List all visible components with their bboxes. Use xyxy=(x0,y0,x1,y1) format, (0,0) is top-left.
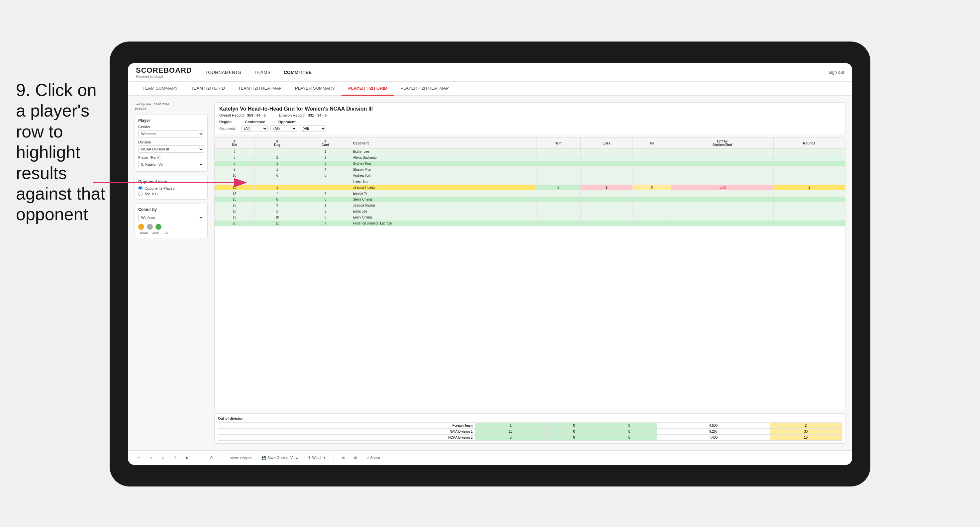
table-cell: 0 xyxy=(536,185,581,190)
table-cell xyxy=(581,161,633,167)
undo-button[interactable]: ↩ xyxy=(135,454,143,461)
table-cell xyxy=(633,197,671,203)
tab-team-h2h-grid[interactable]: TEAM H2H GRID xyxy=(185,82,232,96)
ood-diff: 4.500 xyxy=(657,423,770,429)
opponent-select[interactable]: (All) xyxy=(300,125,326,132)
nav-committee[interactable]: COMMITTEE xyxy=(284,68,312,76)
logo-area: SCOREBOARD Powered by clippd xyxy=(136,66,192,78)
ood-team: Foreign Team xyxy=(218,423,475,429)
table-row[interactable]: 1585Stella Cheng xyxy=(215,197,845,203)
table-cell xyxy=(773,179,845,185)
table-row[interactable]: 613Sydney Kuo xyxy=(215,161,845,167)
timer-button[interactable]: ⏱ xyxy=(207,455,216,461)
conference-select[interactable]: (All) xyxy=(270,125,297,132)
tab-player-h2h-heatmap[interactable]: PLAYER H2H HEATMAP xyxy=(394,82,455,96)
main-content: Last Updated: 27/03/2024 16:55:28 Player… xyxy=(128,96,852,450)
top-nav: SCOREBOARD Powered by clippd TOURNAMENTS… xyxy=(128,63,852,82)
ood-row[interactable]: NCAA Division 25007.40010 xyxy=(218,435,842,441)
table-cell xyxy=(633,221,671,227)
grid-button[interactable]: ⊞ xyxy=(171,454,179,461)
share-button[interactable]: ↗ Share xyxy=(364,454,383,461)
tab-player-summary[interactable]: PLAYER SUMMARY xyxy=(288,82,342,96)
table-row[interactable]: 522Alexis Sudjianto xyxy=(215,155,845,161)
table-cell xyxy=(536,149,581,155)
table-row[interactable]: 1822Euna Lee xyxy=(215,208,845,214)
left-panel: Last Updated: 27/03/2024 16:55:28 Player… xyxy=(135,102,208,444)
nav-teams[interactable]: TEAMS xyxy=(255,68,270,76)
view-original-button[interactable]: View: Original xyxy=(227,455,255,461)
table-cell: 3 xyxy=(300,173,351,179)
ood-row[interactable]: Foreign Team1004.5002 xyxy=(218,423,842,429)
table-row[interactable]: 914Sharon Mun xyxy=(215,167,845,173)
table-cell xyxy=(536,190,581,197)
table-cell xyxy=(581,179,633,185)
ood-row[interactable]: NAIA Division 115009.26730 xyxy=(218,429,842,435)
tab-player-h2h-grid[interactable]: PLAYER H2H GRID xyxy=(342,82,394,96)
grid2-button[interactable]: ⊞ xyxy=(352,454,360,461)
table-cell: Jessica Mason xyxy=(351,203,536,208)
table-cell: 10 xyxy=(255,214,300,221)
region-select[interactable]: (All) xyxy=(241,125,268,132)
table-cell xyxy=(581,149,633,155)
dot-menu[interactable]: ··· xyxy=(195,455,203,461)
col-diff: Diff AvStrokes/Rnd xyxy=(671,138,773,149)
save-custom-view-button[interactable]: 💾 Save Custom View xyxy=(259,454,301,461)
table-cell: Eunice Yi xyxy=(351,190,536,197)
ood-rounds: 2 xyxy=(770,423,842,429)
table-cell xyxy=(773,167,845,173)
ood-team: NCAA Division 2 xyxy=(218,435,475,441)
col-rounds: Rounds xyxy=(773,138,845,149)
right-panel: Katelyn Vo Head-to-Head Grid for Women's… xyxy=(214,102,845,444)
table-cell: 2 xyxy=(773,185,845,190)
nav-tournaments[interactable]: TOURNAMENTS xyxy=(205,68,241,76)
ood-win: 15 xyxy=(475,429,546,435)
table-cell xyxy=(671,221,773,227)
division-select[interactable]: NCAA Division III xyxy=(138,146,204,153)
table-cell: 7 xyxy=(255,190,300,197)
table-row[interactable]: 1474Eunice Yi xyxy=(215,190,845,197)
opponent-filter: Opponent xyxy=(278,120,296,124)
table-row[interactable]: 19106Emily Chang xyxy=(215,214,845,221)
table-cell xyxy=(536,173,581,179)
table-cell: 16 xyxy=(215,203,255,208)
tab-team-h2h-heatmap[interactable]: TEAM H2H HEATMAP xyxy=(232,82,288,96)
ood-tie: 0 xyxy=(601,429,657,435)
redo-button[interactable]: ↪ xyxy=(147,454,155,461)
table-cell: 1 xyxy=(300,149,351,155)
table-cell xyxy=(536,167,581,173)
bottom-toolbar: ↩ ↪ ⎌ ⊞ ▶ ··· ⏱ View: Original 💾 Save Cu… xyxy=(128,450,852,465)
reset-button[interactable]: ⎌ xyxy=(159,455,167,461)
table-cell xyxy=(581,190,633,197)
sub-nav: TEAM SUMMARY TEAM H2H GRID TEAM H2H HEAT… xyxy=(128,82,852,96)
colour-by-select[interactable]: Win/loss xyxy=(138,214,204,221)
device-screen: SCOREBOARD Powered by clippd TOURNAMENTS… xyxy=(128,63,852,465)
ood-tie: 0 xyxy=(601,435,657,441)
watch-button[interactable]: 👁 Watch ▾ xyxy=(305,454,328,461)
table-row[interactable]: 1691Jessica Mason xyxy=(215,203,845,208)
play-button[interactable]: ▶ xyxy=(183,454,191,461)
table-cell: 1 xyxy=(255,167,300,173)
table-cell xyxy=(633,173,671,179)
ood-loss: 0 xyxy=(546,423,601,429)
table-row[interactable]: 20117Federica Domecq Lacroze xyxy=(215,221,845,227)
table-cell xyxy=(536,155,581,161)
table-row[interactable]: 31Esther Lee xyxy=(215,149,845,155)
tab-team-summary[interactable]: TEAM SUMMARY xyxy=(136,82,185,96)
filters-area: Region Conference Opponent xyxy=(219,120,840,124)
label-down: Down xyxy=(138,231,150,235)
table-cell xyxy=(773,214,845,221)
add-button[interactable]: ⊕ xyxy=(339,454,347,461)
table-cell: Sharon Mun xyxy=(351,167,536,173)
table-row[interactable]: 1063Andrea York xyxy=(215,173,845,179)
table-row[interactable]: 131Jessica Huang010-3.002 xyxy=(215,185,845,190)
table-row[interactable]: Haeji Hyun xyxy=(215,179,845,185)
table-cell xyxy=(536,221,581,227)
col-opponent: Opponent xyxy=(351,138,536,149)
sign-out-button[interactable]: Sign out xyxy=(828,70,844,75)
gender-select[interactable]: Women's xyxy=(138,130,204,138)
table-cell xyxy=(300,179,351,185)
ood-loss: 0 xyxy=(546,429,601,435)
instruction-text: 9. Click on a player's row to highlight … xyxy=(16,80,109,225)
table-cell xyxy=(633,179,671,185)
table-cell: 11 xyxy=(255,221,300,227)
